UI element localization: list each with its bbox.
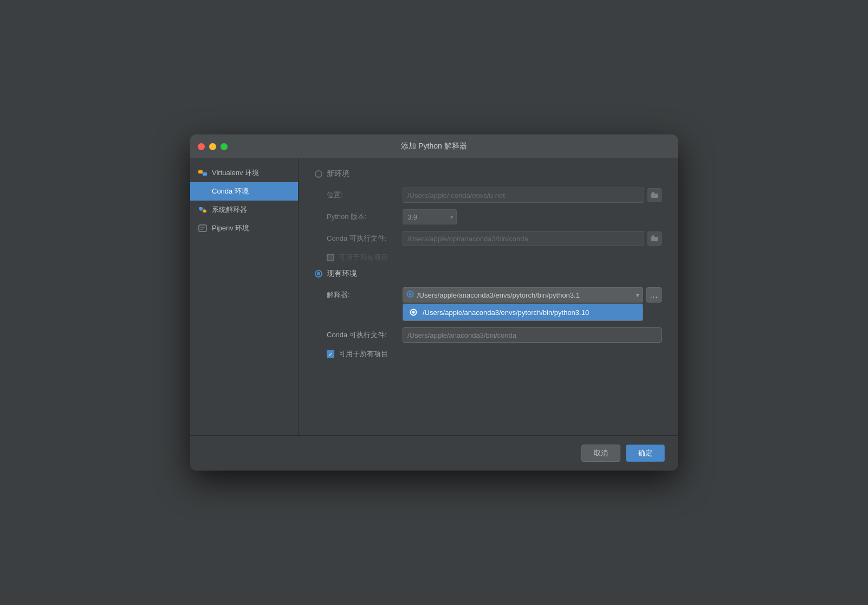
existing-env-apply-all-label: 可用于所有项目 [339, 349, 388, 359]
svg-point-12 [412, 311, 415, 314]
close-button[interactable] [198, 143, 205, 150]
python-version-input-wrap: 3.9 3.10 3.8 3.7 [403, 209, 662, 224]
interpreter-select-spinner-icon [406, 291, 414, 300]
location-input[interactable] [403, 188, 644, 203]
python-version-field-row: Python 版本: 3.9 3.10 3.8 3.7 [315, 209, 662, 224]
interpreter-dropdown-arrow: ▾ [636, 292, 639, 299]
conda-exec-new-input[interactable] [403, 231, 644, 246]
conda-icon [198, 186, 208, 196]
ok-button[interactable]: 确定 [626, 445, 665, 462]
sidebar-item-pipenv-label: Pipenv 环境 [212, 223, 249, 233]
dialog-footer: 取消 确定 [190, 435, 678, 471]
maximize-button[interactable] [221, 143, 228, 150]
new-env-radio[interactable] [315, 170, 322, 178]
sidebar-item-pipenv[interactable]: Pipenv 环境 [190, 219, 298, 237]
sidebar-item-virtualenv[interactable]: Virtualenv 环境 [190, 164, 298, 182]
interpreter-browse-button[interactable]: ... [646, 287, 662, 302]
new-env-apply-all-checkbox[interactable] [327, 254, 334, 261]
folder-icon-2 [651, 235, 658, 242]
sidebar-item-conda-label: Conda 环境 [212, 186, 249, 196]
svg-rect-1 [203, 172, 207, 176]
location-field-row: 位置: [315, 188, 662, 203]
interpreter-select-value: /Users/apple/anaconda3/envs/pytorch/bin/… [417, 291, 580, 299]
svg-rect-0 [198, 170, 203, 173]
existing-env-radio-row[interactable]: 现有环境 [315, 269, 662, 279]
interpreter-label: 解释器: [327, 290, 403, 300]
interpreter-select-display[interactable]: /Users/apple/anaconda3/envs/pytorch/bin/… [403, 287, 643, 302]
dialog-title: 添加 Python 解释器 [401, 141, 467, 151]
new-env-apply-all-label: 可用于所有项目 [339, 253, 388, 262]
title-bar: 添加 Python 解释器 [190, 134, 678, 158]
conda-exec-existing-field-row: Conda 可执行文件: [315, 327, 662, 343]
dialog-body: Virtualenv 环境 Conda 环境 [190, 158, 678, 435]
new-env-apply-all-row: 可用于所有项目 [315, 253, 662, 262]
python-version-select[interactable]: 3.9 3.10 3.8 3.7 [403, 209, 457, 224]
sidebar-item-virtualenv-label: Virtualenv 环境 [212, 168, 259, 178]
system-interpreter-icon [198, 205, 208, 215]
interpreter-field-row: 解释器: /Users/appl [315, 287, 662, 302]
location-browse-button[interactable] [647, 188, 662, 202]
svg-rect-6 [199, 225, 206, 231]
svg-rect-8 [651, 237, 658, 241]
existing-env-radio[interactable] [315, 270, 322, 278]
conda-exec-new-browse-button[interactable] [647, 231, 662, 246]
conda-exec-new-field-row: Conda 可执行文件: [315, 231, 662, 246]
dropdown-item-spinner-icon [409, 307, 418, 317]
interpreter-dropdown-item-label: /Users/apple/anaconda3/envs/pytorch/bin/… [423, 308, 589, 317]
svg-rect-4 [199, 207, 203, 210]
cancel-button[interactable]: 取消 [581, 445, 620, 462]
svg-point-3 [201, 190, 204, 193]
python-version-select-wrap: 3.9 3.10 3.8 3.7 [403, 209, 457, 224]
new-env-label: 新环境 [327, 169, 349, 179]
python-version-label: Python 版本: [327, 212, 403, 222]
sidebar-item-system[interactable]: 系统解释器 [190, 201, 298, 219]
interpreter-dropdown-menu: /Users/apple/anaconda3/envs/pytorch/bin/… [403, 304, 643, 321]
new-env-section: 新环境 位置: Python 版本 [315, 169, 662, 262]
existing-env-apply-all-row: ✓ 可用于所有项目 [315, 349, 662, 359]
new-env-radio-row[interactable]: 新环境 [315, 169, 662, 179]
conda-exec-new-input-wrap [403, 231, 662, 246]
dots-label: ... [650, 291, 658, 299]
main-content: 新环境 位置: Python 版本 [299, 158, 678, 435]
conda-exec-existing-label: Conda 可执行文件: [327, 330, 403, 340]
conda-exec-existing-input[interactable] [403, 327, 662, 343]
add-python-interpreter-dialog: 添加 Python 解释器 Virtualenv 环境 [190, 134, 678, 471]
conda-exec-new-label: Conda 可执行文件: [327, 234, 403, 243]
sidebar: Virtualenv 环境 Conda 环境 [190, 158, 299, 435]
location-input-wrap [403, 188, 662, 203]
interpreter-dropdown-wrap: /Users/apple/anaconda3/envs/pytorch/bin/… [403, 287, 643, 302]
sidebar-item-conda[interactable]: Conda 环境 [190, 182, 298, 201]
sidebar-item-system-label: 系统解释器 [212, 205, 247, 215]
pipenv-icon [198, 223, 208, 233]
minimize-button[interactable] [209, 143, 216, 150]
existing-env-apply-all-checkbox[interactable]: ✓ [327, 350, 334, 358]
existing-env-section: 现有环境 解释器: [315, 269, 662, 359]
virtualenv-icon [198, 168, 208, 178]
conda-exec-existing-input-wrap [403, 327, 662, 343]
folder-icon [651, 191, 658, 199]
interpreter-dropdown-item-pytorch[interactable]: /Users/apple/anaconda3/envs/pytorch/bin/… [403, 304, 643, 320]
svg-rect-7 [651, 194, 658, 198]
svg-rect-5 [203, 210, 206, 213]
location-label: 位置: [327, 190, 403, 200]
traffic-lights [198, 143, 228, 150]
interpreter-input-wrap: /Users/apple/anaconda3/envs/pytorch/bin/… [403, 287, 662, 302]
svg-point-10 [409, 293, 412, 295]
existing-env-label: 现有环境 [327, 269, 357, 279]
